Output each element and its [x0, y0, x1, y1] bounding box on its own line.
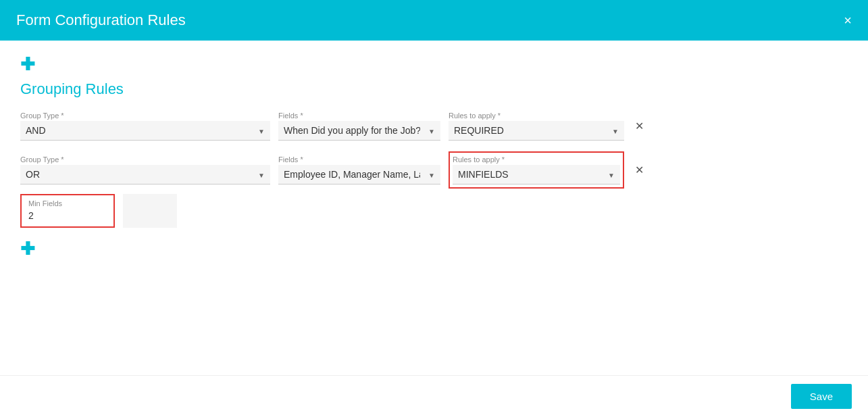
group-type-select-2[interactable]: AND OR	[20, 165, 270, 185]
save-button[interactable]: Save	[791, 384, 852, 409]
group-type-field-2: Group Type * AND OR	[20, 155, 270, 185]
add-bottom-icon: ✚	[20, 239, 35, 259]
modal-title: Form Configuration Rules	[16, 11, 186, 29]
modal-header: Form Configuration Rules ×	[0, 0, 868, 41]
fields-field-2: Fields * Employee ID, Manager Name, La..…	[278, 155, 440, 185]
modal-footer: Save	[0, 375, 868, 417]
rules-select-wrapper-2: REQUIRED MINFIELDS	[453, 165, 620, 185]
group-type-field-1: Group Type * AND OR	[20, 112, 270, 141]
min-fields-value: 2	[28, 210, 107, 221]
add-top-icon: ✚	[20, 54, 35, 74]
rule-row-2: Group Type * AND OR Fields * Employee ID…	[20, 151, 848, 189]
fields-select-wrapper-2: Employee ID, Manager Name, La...	[278, 165, 440, 185]
min-fields-label: Min Fields	[28, 199, 107, 207]
fields-label-2: Fields *	[278, 155, 440, 164]
rules-select-1[interactable]: REQUIRED MINFIELDS	[449, 121, 624, 141]
grouping-rules-title: Grouping Rules	[20, 80, 848, 98]
add-rule-top-button[interactable]: ✚	[20, 54, 35, 75]
rules-label-1: Rules to apply *	[449, 112, 624, 120]
add-rule-bottom-button[interactable]: ✚	[20, 239, 35, 260]
fields-field-1: Fields * When Did you apply for the Job?…	[278, 112, 440, 141]
fields-select-2[interactable]: Employee ID, Manager Name, La...	[278, 165, 440, 185]
group-type-select-wrapper-1: AND OR	[20, 121, 270, 141]
rules-field-1: Rules to apply * REQUIRED MINFIELDS	[449, 112, 624, 141]
modal-container: Form Configuration Rules × ✚ Grouping Ru…	[0, 0, 868, 417]
fields-select-wrapper-1: When Did you apply for the Job?, ...	[278, 121, 440, 141]
group-type-label-2: Group Type *	[20, 155, 270, 164]
delete-row-1-button[interactable]: ✕	[632, 117, 646, 135]
fields-label-1: Fields *	[278, 112, 440, 120]
rules-select-wrapper-1: REQUIRED MINFIELDS	[449, 121, 624, 141]
rules-field-2: Rules to apply * REQUIRED MINFIELDS	[449, 151, 624, 189]
modal-body: ✚ Grouping Rules Group Type * AND OR Fie…	[0, 41, 868, 375]
rules-select-2[interactable]: REQUIRED MINFIELDS	[453, 165, 620, 185]
rule-row-1: Group Type * AND OR Fields * When Did yo…	[20, 112, 848, 141]
delete-row-2-button[interactable]: ✕	[632, 161, 646, 179]
group-type-select-1[interactable]: AND OR	[20, 121, 270, 141]
close-button[interactable]: ×	[844, 14, 852, 27]
group-type-select-wrapper-2: AND OR	[20, 165, 270, 185]
min-fields-box: Min Fields 2	[20, 194, 115, 228]
fields-select-1[interactable]: When Did you apply for the Job?, ...	[278, 121, 440, 141]
min-fields-row: Min Fields 2	[20, 194, 848, 228]
group-type-label-1: Group Type *	[20, 112, 270, 120]
rules-label-2: Rules to apply *	[453, 155, 620, 164]
empty-placeholder	[123, 194, 177, 228]
